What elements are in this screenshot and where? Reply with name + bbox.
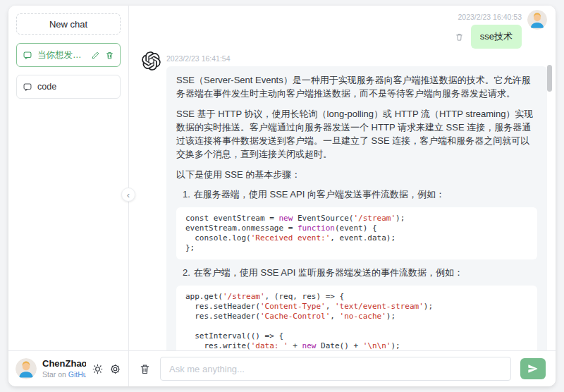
edit-icon[interactable] [91, 51, 100, 60]
trash-icon[interactable] [105, 51, 114, 60]
app-window: New chat 当你想发送一张照... code [8, 6, 556, 386]
chevron-left-icon: ‹ [127, 190, 130, 200]
list-item: 2.在客户端，使用 SSE API 监听服务器端发送的事件流数据，例如： [176, 266, 537, 279]
code-block: app.get('/stream', (req, res) => { res.s… [176, 286, 537, 350]
chat-bubble-icon [23, 82, 32, 92]
assistant-message: 2023/2/23 16:41:54 SSE（Server-Sent Event… [142, 51, 547, 350]
theme-icon[interactable] [92, 363, 104, 375]
assistant-message-body: 2023/2/23 16:41:54 SSE（Server-Sent Event… [166, 51, 547, 350]
conversation-title: 当你想发送一张照... [37, 49, 86, 61]
user-subtitle: Star on GitHub [42, 370, 86, 379]
message-input[interactable] [160, 357, 511, 381]
user-message-timestamp: 2023/2/23 16:40:53 [458, 13, 522, 21]
user-message-row: sse技术 [455, 25, 522, 49]
user-bubble: sse技术 [471, 25, 522, 49]
conversation-item-active[interactable]: 当你想发送一张照... [16, 43, 121, 67]
username: ChenZhaoYu [42, 358, 86, 369]
user-meta: ChenZhaoYu Star on GitHub [42, 358, 86, 379]
composer-bar [129, 350, 556, 386]
message-paragraph: 以下是使用 SSE 的基本步骤： [176, 168, 537, 181]
star-on-text: Star on [42, 370, 66, 379]
message-paragraph: SSE 基于 HTTP 协议，使用长轮询（long-polling）或 HTTP… [176, 107, 537, 161]
message-paragraph: SSE（Server-Sent Events）是一种用于实现服务器向客户端推送数… [176, 73, 537, 100]
assistant-bubble: SSE（Server-Sent Events）是一种用于实现服务器向客户端推送数… [166, 66, 547, 350]
user-avatar [16, 358, 37, 379]
code-block: const eventStream = new EventSource('/st… [176, 207, 537, 259]
list-item: 1.在服务器端，使用 SSE API 向客户端发送事件流数据，例如： [176, 188, 537, 201]
user-message-body: 2023/2/23 16:40:53 sse技术 [455, 10, 522, 49]
sidebar-collapse-button[interactable]: ‹ [121, 188, 135, 202]
github-link[interactable]: GitHub [68, 370, 86, 379]
new-chat-button[interactable]: New chat [16, 13, 121, 35]
conversation-title: code [37, 82, 114, 92]
delete-message-icon[interactable] [455, 32, 464, 42]
sidebar-top: New chat [8, 6, 128, 35]
user-message: 2023/2/23 16:40:53 sse技术 [142, 10, 547, 49]
send-button[interactable] [520, 358, 546, 379]
chat-bubble-icon [23, 50, 32, 60]
clear-chat-trash-icon[interactable] [139, 363, 151, 375]
assistant-message-timestamp: 2023/2/23 16:41:54 [166, 54, 547, 63]
conversation-list: 当你想发送一张照... code [8, 35, 128, 350]
page: New chat 当你想发送一张照... code [0, 0, 564, 392]
send-icon [527, 363, 539, 374]
conversation-item[interactable]: code [16, 75, 121, 99]
sidebar: New chat 当你想发送一张照... code [8, 6, 129, 386]
user-avatar [527, 10, 547, 30]
settings-gear-icon[interactable] [109, 363, 121, 375]
scrollbar-thumb[interactable] [547, 65, 552, 92]
chat-area: 2023/2/23 16:40:53 sse技术 [129, 6, 556, 350]
openai-logo [142, 51, 161, 71]
sidebar-footer: ChenZhaoYu Star on GitHub [8, 350, 128, 386]
main-area: 2023/2/23 16:40:53 sse技术 [129, 6, 556, 386]
